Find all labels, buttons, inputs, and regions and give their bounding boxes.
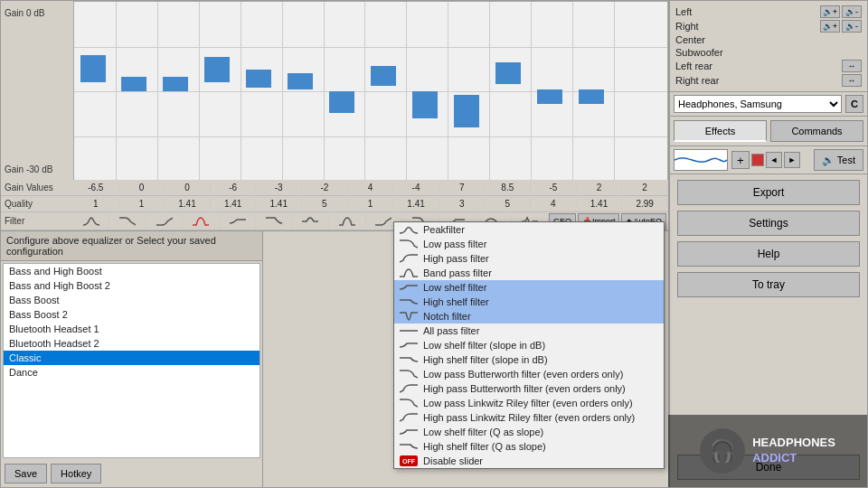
fi-3[interactable]	[146, 213, 183, 230]
dropdown-high-shelf[interactable]: High shelf filter	[394, 295, 664, 309]
effects-tab[interactable]: Effects	[674, 120, 767, 142]
export-button[interactable]: Export	[677, 180, 860, 205]
qv-10[interactable]: 5	[485, 199, 531, 209]
gv-11[interactable]: -5	[531, 183, 577, 192]
dropdown-high-pass-butterworth[interactable]: High pass Butterworth filter (even order…	[394, 381, 664, 396]
channel-right-down[interactable]: 🔊-	[842, 20, 862, 33]
gv-8[interactable]: -4	[393, 183, 439, 192]
effects-commands-row: Effects Commands	[670, 117, 867, 146]
qv-12[interactable]: 1.41	[577, 199, 623, 209]
gv-1[interactable]: -6.5	[73, 183, 119, 192]
quality-row: Quality 1 1 1.41 1.41 1.41 5 1 1.41 3 5 …	[1, 196, 668, 212]
gv-7[interactable]: 4	[348, 183, 394, 192]
config-label: Configure above equalizer or Select your…	[1, 231, 262, 261]
eq-bar-5[interactable]	[246, 70, 271, 88]
hotkey-button[interactable]: Hotkey	[51, 464, 101, 483]
eq-bar-11[interactable]	[495, 62, 521, 84]
gv-12[interactable]: 2	[577, 183, 623, 192]
eq-bar-4[interactable]	[204, 57, 230, 82]
test-button[interactable]: 🔊 Test	[814, 149, 863, 171]
eq-bar-6[interactable]	[288, 73, 313, 89]
preset-bass-high-boost[interactable]: Bass and High Boost	[4, 264, 259, 278]
preset-classic[interactable]: Classic	[4, 351, 259, 365]
dropdown-high-pass-linkwitz[interactable]: High pass Linkwitz Riley filter (even or…	[394, 410, 664, 425]
dropdown-low-pass-linkwitz[interactable]: Low pass Linkwitz Riley filter (even ord…	[394, 396, 664, 410]
dropdown-high-shelf-q[interactable]: High shelf filter (Q as slope)	[394, 439, 664, 454]
commands-tab[interactable]: Commands	[770, 120, 863, 142]
dropdown-high-shelf-slope[interactable]: High shelf filter (slope in dB)	[394, 352, 664, 367]
qv-8[interactable]: 1.41	[393, 199, 439, 209]
qv-9[interactable]: 3	[439, 199, 486, 209]
channel-right-label: Right	[675, 21, 820, 32]
fi-2[interactable]	[109, 213, 146, 230]
channel-left-rear-btn[interactable]: ↔	[842, 60, 862, 72]
device-clear-button[interactable]: C	[845, 95, 863, 113]
eq-bar-7[interactable]	[329, 91, 354, 113]
dropdown-low-pass-butterworth[interactable]: Low pass Butterworth filter (even orders…	[394, 367, 664, 381]
qv-3[interactable]: 1.41	[165, 199, 211, 209]
fi-8[interactable]	[329, 213, 365, 230]
dropdown-all-pass[interactable]: All pass filter	[394, 324, 664, 338]
grid-v7	[364, 2, 365, 181]
dropdown-high-pass[interactable]: High pass filter	[394, 251, 664, 266]
qv-2[interactable]: 1	[119, 199, 165, 209]
gv-5[interactable]: -3	[256, 183, 302, 192]
channel-right-rear-btn[interactable]: ↔	[842, 74, 862, 87]
settings-button[interactable]: Settings	[677, 211, 860, 236]
eq-bar-1[interactable]	[80, 55, 106, 82]
dropdown-disable-slider[interactable]: OFF Disable slider	[394, 454, 664, 468]
dropdown-band-pass[interactable]: Band pass filter	[394, 266, 664, 280]
add-filter-button[interactable]: +	[731, 151, 750, 169]
eq-bar-2[interactable]	[121, 77, 146, 91]
eq-bar-3[interactable]	[163, 77, 188, 91]
preset-bluetooth-1[interactable]: Bluetooth Headset 1	[4, 322, 259, 336]
gain-values-cells: -6.5 0 0 -6 -3 -2 4 -4 7 8.5 -5 2 2	[73, 183, 668, 192]
qv-13[interactable]: 2.99	[622, 199, 668, 209]
qv-1[interactable]: 1	[73, 199, 119, 209]
gv-4[interactable]: -6	[211, 183, 257, 192]
channel-left-down[interactable]: 🔊-	[842, 5, 862, 18]
eq-bar-12[interactable]	[537, 89, 562, 104]
qv-5[interactable]: 1.41	[256, 199, 302, 209]
gv-10[interactable]: 8.5	[485, 183, 531, 192]
arrow-right-button[interactable]: ►	[784, 152, 800, 168]
fi-5[interactable]	[220, 213, 256, 230]
fi-7[interactable]	[293, 213, 329, 230]
gv-6[interactable]: -2	[302, 183, 348, 192]
dropdown-low-shelf-slope[interactable]: Low shelf filter (slope in dB)	[394, 338, 664, 352]
dropdown-low-shelf[interactable]: Low shelf filter	[394, 280, 664, 295]
preset-bass-high-boost-2[interactable]: Bass and High Boost 2	[4, 278, 259, 293]
eq-bar-9[interactable]	[412, 91, 438, 118]
preset-bass-boost-2[interactable]: Bass Boost 2	[4, 307, 259, 322]
qv-6[interactable]: 5	[302, 199, 348, 209]
gv-13[interactable]: 2	[622, 183, 668, 192]
save-button[interactable]: Save	[5, 464, 47, 483]
fi-1[interactable]	[73, 213, 109, 230]
qv-7[interactable]: 1	[348, 199, 394, 209]
logo-area: 🎧 HEADPHONES ADDICT	[668, 415, 867, 487]
qv-11[interactable]: 4	[531, 199, 577, 209]
fi-4[interactable]	[183, 213, 219, 230]
eq-bar-8[interactable]	[371, 66, 396, 86]
qv-4[interactable]: 1.41	[211, 199, 257, 209]
to-tray-button[interactable]: To tray	[677, 272, 860, 297]
dropdown-low-shelf-q[interactable]: Low shelf filter (Q as slope)	[394, 425, 664, 439]
eq-bar-13[interactable]	[579, 89, 604, 104]
preset-bass-boost[interactable]: Bass Boost	[4, 293, 259, 307]
dropdown-low-pass[interactable]: Low pass filter	[394, 237, 664, 251]
device-selector[interactable]: Headphones, Samsung	[674, 95, 842, 113]
filter-dropdown: Peakfilter Low pass filter High pass fil…	[393, 221, 665, 469]
dropdown-peakfilter[interactable]: Peakfilter	[394, 222, 664, 237]
arrow-left-button[interactable]: ◄	[766, 152, 782, 168]
preset-bluetooth-2[interactable]: Bluetooth Headset 2	[4, 336, 259, 351]
channel-right-up[interactable]: 🔊+	[820, 20, 840, 33]
preset-dance[interactable]: Dance	[4, 365, 259, 380]
gv-3[interactable]: 0	[165, 183, 211, 192]
channel-left-up[interactable]: 🔊+	[820, 5, 840, 18]
eq-bar-10[interactable]	[454, 95, 479, 127]
help-button[interactable]: Help	[677, 241, 860, 267]
fi-6[interactable]	[256, 213, 292, 230]
gv-9[interactable]: 7	[439, 183, 486, 192]
dropdown-notch[interactable]: Notch filter	[394, 309, 664, 324]
gv-2[interactable]: 0	[119, 183, 165, 192]
